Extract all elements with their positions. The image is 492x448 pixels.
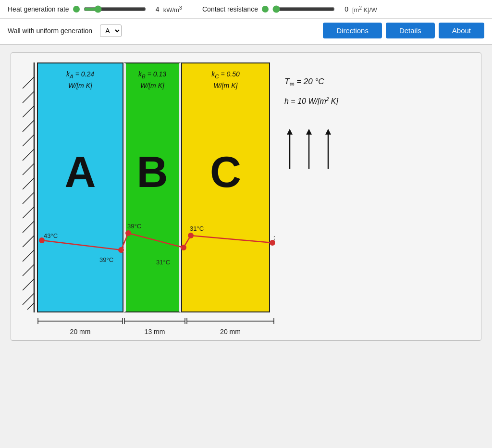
arrow-up-2 [304, 128, 314, 171]
wall-c-k-label: kC = 0.50 W/[m K] [211, 69, 240, 90]
contact-resistance-label: Contact resistance [202, 5, 258, 13]
contact-slider-dot [262, 6, 269, 12]
svg-marker-23 [325, 129, 331, 135]
walls-and-overlay: kA = 0.24 W/[m K] A kB = 0.13 W/[m K] B [37, 62, 270, 312]
svg-line-3 [23, 106, 34, 117]
arrow-up-3 [323, 128, 333, 171]
svg-line-16 [23, 293, 34, 305]
svg-line-15 [23, 279, 34, 290]
svg-line-9 [23, 192, 34, 204]
dim-a: 20 mm [37, 316, 123, 336]
svg-line-11 [23, 221, 34, 233]
svg-line-2 [23, 91, 34, 103]
arrows-container [284, 128, 333, 171]
dim-b-label: 13 mm [145, 328, 165, 336]
hatch-wall [21, 62, 37, 312]
svg-line-1 [23, 77, 34, 88]
heat-generation-control: Heat generation rate 4 kW/m3 [8, 5, 182, 13]
button-group: Directions Details About [323, 23, 484, 38]
svg-line-5 [23, 135, 34, 146]
wall-c-letter: C [210, 150, 241, 194]
svg-line-13 [23, 250, 34, 261]
contact-resistance-value: 0 [339, 5, 348, 13]
directions-button[interactable]: Directions [323, 23, 382, 38]
dim-a-label: 20 mm [70, 328, 91, 336]
wall-b-k-label: kB = 0.13 W/[m K] [138, 69, 166, 90]
diagram-inner: kA = 0.24 W/[m K] A kB = 0.13 W/[m K] B [21, 62, 471, 312]
walls-container: kA = 0.24 W/[m K] A kB = 0.13 W/[m K] B [37, 62, 270, 312]
wall-a-letter: A [65, 150, 96, 194]
details-button[interactable]: Details [386, 23, 435, 38]
dim-c-label: 20 mm [220, 328, 241, 336]
heat-generation-unit: kW/m3 [163, 5, 182, 13]
contact-resistance-slider[interactable] [272, 5, 335, 13]
wall-b: kB = 0.13 W/[m K] B [123, 62, 181, 312]
main-content: kA = 0.24 W/[m K] A kB = 0.13 W/[m K] B [0, 45, 492, 348]
wall-a-k-label: kA = 0.24 W/[m K] [66, 69, 94, 90]
wall-c: kC = 0.50 W/[m K] C [181, 62, 270, 312]
heat-generation-label: Heat generation rate [8, 5, 69, 13]
heat-generation-value: 4 [150, 5, 160, 13]
svg-line-6 [23, 149, 34, 161]
t-infinity-label: T∞ = 20 °C [284, 77, 324, 87]
top-bar: Heat generation rate 4 kW/m3 Contact res… [0, 0, 492, 19]
wall-b-letter: B [137, 150, 168, 194]
h-label: h = 10 W/[m2 K] [284, 95, 338, 109]
svg-line-14 [23, 264, 34, 276]
about-button[interactable]: About [439, 23, 484, 38]
wall-a: kA = 0.24 W/[m K] A [37, 62, 123, 312]
heat-generation-slider[interactable] [84, 5, 146, 13]
temp-label-28: 28°C [273, 235, 275, 242]
dimension-row: 20 mm 13 mm 20 mm [21, 316, 471, 336]
wall-uniform-label: Wall with uniform generation [8, 27, 92, 35]
dim-b: 13 mm [123, 316, 186, 336]
svg-marker-21 [306, 129, 312, 135]
arrow-up-1 [284, 128, 295, 171]
diagram-box: kA = 0.24 W/[m K] A kB = 0.13 W/[m K] B [11, 52, 481, 341]
svg-line-8 [23, 178, 34, 189]
dim-c: 20 mm [186, 316, 275, 336]
svg-line-17 [27, 303, 34, 310]
svg-line-12 [23, 236, 34, 247]
heat-slider-dot [73, 6, 80, 12]
temp-point-6 [270, 240, 275, 246]
wall-select[interactable]: A B C [100, 25, 122, 37]
svg-line-7 [23, 163, 34, 175]
svg-line-4 [23, 120, 34, 132]
contact-resistance-unit: [m2 K]/W [352, 5, 377, 13]
right-info-panel: T∞ = 20 °C h = 10 W/[m2 K] [284, 62, 381, 171]
second-row: Wall with uniform generation A B C Direc… [0, 19, 492, 45]
svg-line-10 [23, 207, 34, 218]
contact-resistance-control: Contact resistance 0 [m2 K]/W [202, 5, 377, 13]
svg-marker-19 [287, 129, 293, 135]
